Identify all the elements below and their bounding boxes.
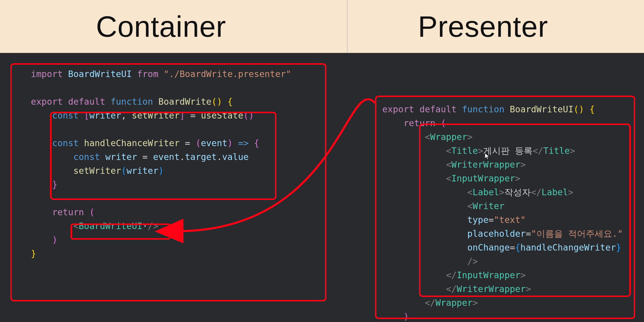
header-bar: Container Presenter (0, 0, 644, 53)
ident-boardwriteui: BoardWriteUI (68, 69, 132, 79)
jsx-inputwrapper: InputWrapper (451, 173, 515, 183)
diagram-page: Container Presenter import BoardWriteUI … (0, 0, 644, 322)
kw-function: function (111, 96, 153, 107)
ident-writer: writer (89, 110, 121, 121)
jsx-writerwrapper: WriterWrapper (451, 159, 520, 170)
kw-const2: const (52, 138, 79, 148)
container-code: import BoardWriteUI from "./BoardWrite.p… (31, 67, 291, 261)
kw-const: const (52, 110, 79, 121)
label-text: 작성자 (504, 187, 531, 197)
kw-from: from (137, 69, 158, 79)
jsx-boardwriteui: BoardWriteUI (79, 221, 143, 231)
code-area: import BoardWriteUI from "./BoardWrite.p… (0, 53, 644, 322)
arrow: => (238, 138, 248, 148)
ident-setwriter: setWriter (132, 110, 180, 121)
attr-type: type (467, 215, 488, 225)
fn-setwriter: setWriter (74, 166, 121, 176)
ident-event: event (201, 138, 227, 148)
jsx-writer: Writer (473, 201, 504, 211)
header-container-title: Container (0, 0, 322, 53)
presenter-code: export default function BoardWriteUI() {… (382, 102, 623, 322)
fn-usestate: useState (201, 110, 243, 121)
kw-default: default (68, 96, 105, 107)
kw-const3: const (74, 152, 100, 162)
title-text: 게시판 등록 (483, 146, 533, 156)
fn-handlechancewriter: handleChanceWriter (84, 138, 180, 148)
kw-export2: export (382, 104, 414, 114)
fn-boardwriteui: BoardWriteUI (510, 104, 574, 114)
kw-export: export (31, 96, 63, 107)
kw-import: import (31, 69, 63, 79)
jsx-wrapper-open: Wrapper (430, 132, 467, 142)
ident-writer2: writer (105, 152, 137, 162)
attr-onchange: onChange (467, 242, 510, 253)
kw-return2: return (403, 118, 435, 128)
attr-placeholder: placeholder (467, 228, 526, 239)
kw-default2: default (419, 104, 456, 114)
kw-return: return (52, 207, 84, 217)
header-presenter-title: Presenter (322, 0, 644, 53)
jsx-label: Label (473, 187, 499, 197)
jsx-wrapper-close: Wrapper (436, 298, 473, 308)
fn-boardwrite: BoardWrite (159, 96, 212, 107)
string-path: "./BoardWrite.presenter" (164, 69, 291, 79)
jsx-title: Title (451, 146, 478, 156)
kw-function2: function (462, 104, 505, 114)
